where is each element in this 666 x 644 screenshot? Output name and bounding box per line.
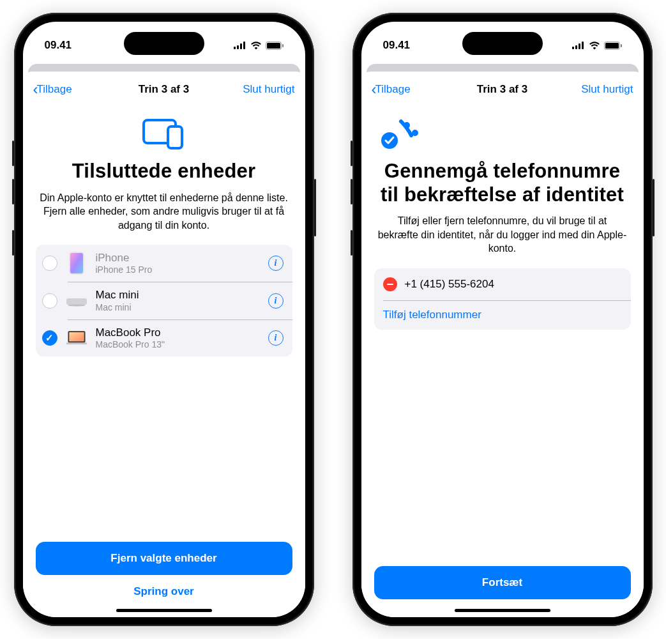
battery-icon xyxy=(266,42,284,50)
device-text: iPhone iPhone 15 Pro xyxy=(96,252,261,275)
iphone-mockup-devices: 09.41 ‹ Tilbage Trin 3 af 3 xyxy=(14,13,314,626)
page-desc: Tilføj eller fjern telefonnumre, du vil … xyxy=(374,214,631,256)
svg-rect-8 xyxy=(168,126,182,148)
svg-rect-21 xyxy=(605,43,619,49)
svg-rect-6 xyxy=(282,44,284,47)
quick-exit-button[interactable]: Slut hurtigt xyxy=(570,83,633,96)
dynamic-island xyxy=(124,32,204,55)
phone-number-row[interactable]: +1 (415) 555-6204 xyxy=(374,268,631,300)
svg-rect-0 xyxy=(234,47,236,49)
device-name: Mac mini xyxy=(96,289,261,302)
content: Tilsluttede enheder Din Apple-konto er k… xyxy=(23,105,305,617)
radio-checked[interactable] xyxy=(42,330,57,346)
svg-rect-18 xyxy=(579,43,580,49)
device-list: iPhone iPhone 15 Pro i Mac mini xyxy=(36,245,292,356)
footer: Fjern valgte enheder Spring over xyxy=(36,532,292,617)
back-label: Tilbage xyxy=(37,83,72,96)
page-title: Tilsluttede enheder xyxy=(36,160,292,183)
radio-unchecked[interactable] xyxy=(42,293,57,309)
screen: 09.41 ‹ Tilbage Trin 3 af 3 xyxy=(23,22,305,617)
add-phone-button[interactable]: Tilføj telefonnummer xyxy=(374,300,631,330)
cellular-signal-icon xyxy=(572,42,585,49)
continue-button[interactable]: Fortsæt xyxy=(374,566,631,599)
battery-icon xyxy=(604,42,622,50)
svg-rect-2 xyxy=(240,43,242,49)
back-button[interactable]: ‹ Tilbage xyxy=(372,80,435,98)
svg-rect-17 xyxy=(575,45,577,49)
setup-sheet: ‹ Tilbage Trin 3 af 3 Slut hurtigt Ge xyxy=(361,72,644,617)
svg-point-12 xyxy=(68,304,86,306)
svg-rect-11 xyxy=(66,298,87,305)
device-text: MacBook Pro MacBook Pro 13" xyxy=(96,326,261,350)
status-time: 09.41 xyxy=(383,39,411,52)
step-indicator: Trin 3 af 3 xyxy=(477,83,527,96)
mac-mini-thumb-icon xyxy=(65,289,88,312)
device-sub: Mac mini xyxy=(96,302,261,313)
quick-exit-button[interactable]: Slut hurtigt xyxy=(231,83,295,96)
device-name: iPhone xyxy=(96,252,261,264)
cellular-signal-icon xyxy=(234,42,246,49)
page-title: Gennemgå telefonnumre til bekræftelse af… xyxy=(374,160,631,206)
wifi-icon xyxy=(250,42,262,50)
dynamic-island xyxy=(462,32,543,55)
screen: 09.41 ‹ Tilbage Trin 3 af 3 xyxy=(361,22,644,617)
svg-rect-16 xyxy=(572,47,574,49)
setup-sheet: ‹ Tilbage Trin 3 af 3 Slut hurtigt Tilsl… xyxy=(23,72,305,617)
svg-rect-22 xyxy=(621,44,622,47)
info-icon[interactable]: i xyxy=(268,330,284,346)
home-indicator[interactable] xyxy=(116,609,212,612)
macbook-thumb-icon xyxy=(65,326,88,349)
phone-number: +1 (415) 555-6204 xyxy=(405,278,494,291)
page-desc: Din Apple-konto er knyttet til enhederne… xyxy=(36,191,292,233)
footer: Fortsæt xyxy=(374,556,631,617)
device-row-macbook-pro[interactable]: MacBook Pro MacBook Pro 13" i xyxy=(36,319,292,356)
phone-number-list: +1 (415) 555-6204 Tilføj telefonnummer xyxy=(374,268,631,330)
phone-verify-hero-icon xyxy=(374,115,631,151)
device-row-iphone[interactable]: iPhone iPhone 15 Pro i xyxy=(36,245,292,282)
remove-selected-button[interactable]: Fjern valgte enheder xyxy=(36,542,292,575)
status-right xyxy=(572,42,622,50)
wifi-icon xyxy=(589,42,600,50)
svg-rect-3 xyxy=(243,42,245,49)
home-indicator[interactable] xyxy=(455,609,550,612)
iphone-thumb-icon xyxy=(65,252,88,275)
device-row-mac-mini[interactable]: Mac mini Mac mini i xyxy=(36,282,292,319)
nav-bar: ‹ Tilbage Trin 3 af 3 Slut hurtigt xyxy=(361,72,644,105)
back-button[interactable]: ‹ Tilbage xyxy=(33,80,97,98)
info-icon[interactable]: i xyxy=(268,256,284,271)
status-right xyxy=(234,42,284,50)
info-icon[interactable]: i xyxy=(268,293,284,309)
svg-rect-14 xyxy=(69,332,84,341)
device-name: MacBook Pro xyxy=(96,326,261,339)
radio-unchecked[interactable] xyxy=(42,256,57,271)
iphone-mockup-phones: 09.41 ‹ Tilbage Trin 3 af 3 xyxy=(352,13,653,626)
svg-rect-15 xyxy=(66,343,86,345)
skip-button[interactable]: Spring over xyxy=(36,575,292,599)
svg-rect-5 xyxy=(267,43,280,49)
devices-hero-icon xyxy=(36,115,292,151)
step-indicator: Trin 3 af 3 xyxy=(139,83,189,96)
svg-rect-10 xyxy=(70,253,83,273)
status-time: 09.41 xyxy=(45,39,72,52)
device-sub: iPhone 15 Pro xyxy=(96,264,261,275)
device-text: Mac mini Mac mini xyxy=(96,289,261,312)
content: Gennemgå telefonnumre til bekræftelse af… xyxy=(361,105,644,617)
remove-minus-icon[interactable] xyxy=(383,277,397,291)
nav-bar: ‹ Tilbage Trin 3 af 3 Slut hurtigt xyxy=(23,72,305,105)
svg-rect-1 xyxy=(237,45,239,49)
svg-rect-19 xyxy=(582,42,584,49)
back-label: Tilbage xyxy=(375,83,411,96)
device-sub: MacBook Pro 13" xyxy=(96,339,261,350)
